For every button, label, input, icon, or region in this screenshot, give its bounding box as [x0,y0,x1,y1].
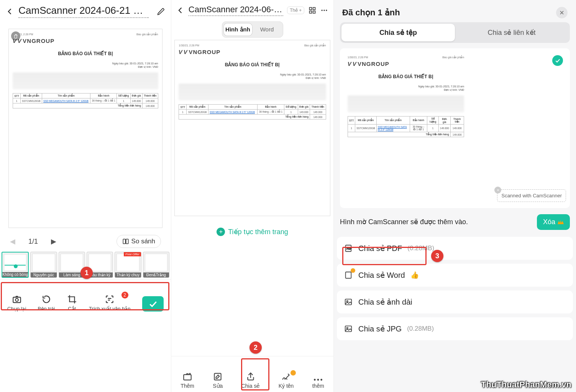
blurred-info [13,72,158,89]
doc-table: STTMã sản phẩmTên sản phẩmBảo hànhSố lượ… [13,93,158,108]
svg-point-3 [15,299,18,302]
svg-rect-6 [309,11,312,13]
grid-view-icon[interactable] [308,5,316,15]
signature-icon [281,372,291,382]
edit-button[interactable]: Sửa [213,372,223,389]
add-page-button[interactable]: + Tiếp tục thêm trang [171,222,333,241]
ocr-button[interactable]: 2 Trích xuất văn bản [89,294,131,312]
seg-link[interactable]: Chia sẻ liên kết [455,24,568,41]
rename-icon[interactable] [156,7,166,16]
filter-original[interactable]: Nguyên gốc [30,252,57,278]
share-jpg-option[interactable]: Chia sẻ JPG (0.28MB) [337,317,573,340]
annotation-2: 2 [249,341,262,354]
confirm-button[interactable] [142,296,164,312]
sign-button[interactable]: Ký tên [279,372,294,389]
annotation-1: 1 [80,267,93,279]
more-button[interactable]: thêm [312,378,324,389]
add-button[interactable]: Thêm [181,372,194,389]
sheet-title: Đã chọn 1 ảnh [342,8,400,18]
share-word-option[interactable]: Chia sẻ Word 👍 [337,264,573,287]
doc-title[interactable]: CamScanner 2024-06-21 09.19 [18,5,149,18]
svg-point-8 [321,10,322,11]
tab-image[interactable]: Hình ảnh [223,23,253,36]
camera-plus-icon [182,372,192,382]
rotate-icon [41,294,52,305]
svg-rect-18 [346,272,351,279]
back-button[interactable] [5,7,15,16]
share-pdf-option[interactable]: PDF Chia sẻ PDF (0.28MB) [337,237,573,260]
watermark-strip[interactable]: × Scanned with CamScanner [497,189,566,202]
thumbs-up-icon: 👍 [410,271,419,279]
dots-icon [313,378,323,382]
doc-logo: VNGROUP [13,38,158,44]
svg-rect-7 [313,11,315,13]
rotate-left-button[interactable]: Bên trái [38,294,55,312]
share-icon [246,372,256,382]
tag-chip[interactable]: Thẻ [287,7,304,14]
svg-rect-2 [13,297,21,303]
camera-icon [11,294,22,305]
svg-point-15 [321,379,323,381]
compare-button[interactable]: So sánh [117,235,161,248]
svg-point-14 [317,379,319,381]
share-long-image-option[interactable]: Chia sẻ ảnh dài [337,290,573,313]
prev-page-icon[interactable]: ◀ [10,237,15,246]
share-preview[interactable]: 1/30/23, 2:28 PMBáo giá sản phẩm VNGROUP… [340,48,570,208]
image-icon [344,297,353,307]
add-page-label: Tiếp tục thêm trang [228,228,288,236]
ocr-icon [104,294,115,305]
tab-word[interactable]: Word [253,23,282,36]
site-watermark: ThuThuatPhanMem.vn [481,380,571,390]
selected-check-icon [552,55,563,66]
doc-heading: BẢNG BÁO GIÁ THIẾT BỊ [13,51,158,56]
svg-point-22 [346,327,348,329]
filter-magic-pro[interactable]: Free OfferThần kỳ chuy [115,252,141,278]
plus-icon: + [217,228,225,236]
back-button[interactable] [177,5,185,15]
share-button[interactable]: Chia sẻ [241,372,260,389]
close-button[interactable] [556,7,568,18]
svg-text:PDF: PDF [346,247,351,250]
svg-rect-11 [184,375,191,380]
seg-file[interactable]: Chia sẻ tệp [341,24,455,41]
remove-watermark-icon[interactable]: × [494,187,501,194]
annotation-3: 3 [431,250,443,262]
page-preview[interactable]: 1/30/23, 2:28 PMBáo giá sản phẩm VNGROUP… [174,40,330,216]
image-icon [344,324,353,333]
remove-watermark-button[interactable]: Xóa [537,214,570,230]
more-icon[interactable] [320,5,328,15]
svg-rect-5 [313,8,315,10]
doc-pagename: Báo giá sản phẩm [136,33,158,36]
compare-label: So sánh [131,238,155,245]
filter-no-shadow[interactable]: Không có bóng [2,252,29,278]
share-mode-segment: Chia sẻ tệp Chia sẻ liên kết [340,22,570,43]
new-dot-icon [290,370,296,376]
crop-icon [67,294,77,305]
filter-bw[interactable]: Đen&Trắng [143,252,169,278]
watermark-message: Hình mờ CamScanner sẽ được thêm vào. [340,217,468,227]
retake-button[interactable]: Chụp lại [7,294,26,312]
edit-icon [213,372,223,382]
format-tabs: Hình ảnh Word [222,21,283,38]
crop-button[interactable]: Cắt [67,294,77,312]
crown-icon [558,218,564,226]
svg-point-10 [326,10,327,11]
svg-point-13 [314,379,316,381]
svg-rect-1 [126,239,128,244]
page-preview[interactable]: 1/30/23, 2:28 PMBáo giá sản phẩm VNGROUP… [8,29,162,228]
next-page-icon[interactable]: ▶ [51,237,56,246]
page-indicator: 1/1 [28,238,38,246]
word-icon [344,271,353,280]
svg-point-20 [346,300,348,302]
ocr-badge: 2 [121,292,128,299]
pdf-icon: PDF [344,244,353,253]
svg-rect-0 [123,239,125,244]
svg-rect-12 [215,373,221,380]
doc-title[interactable]: CamScanner 2024-06-21 09.19 [189,5,283,16]
svg-point-9 [323,10,325,11]
doc-date: Ngày báo giá: 30-01-2023, 7:28:10 amĐơn … [13,62,158,69]
svg-rect-4 [309,8,312,10]
